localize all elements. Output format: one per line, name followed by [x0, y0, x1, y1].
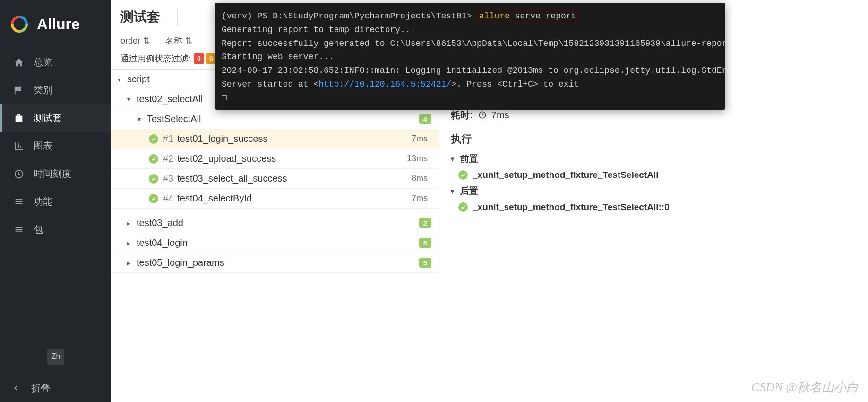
nav-packages[interactable]: 包 [0, 216, 111, 244]
chevron-left-icon [11, 384, 21, 393]
tree-label: test03_add [137, 218, 419, 228]
fixture-row[interactable]: _xunit_setup_method_fixture_TestSelectAl… [458, 202, 857, 212]
sidebar: Allure 总览 类别 测试套 图表 时间刻度 [0, 0, 111, 402]
watermark: CSDN @秋名山小白 [751, 379, 859, 395]
count-badge: 5 [419, 238, 431, 248]
fixture-name: _xunit_setup_method_fixture_TestSelectAl… [473, 170, 658, 180]
filter-label: 通过用例状态过滤: [120, 53, 191, 64]
chevron-down-icon [451, 155, 457, 163]
chevron-down-icon [127, 96, 134, 103]
chevron-right-icon [127, 259, 134, 267]
tree-node-suite[interactable]: test05_login_params 5 [111, 253, 439, 273]
nav-behaviors[interactable]: 功能 [0, 188, 111, 216]
test-duration: 7ms [412, 134, 428, 144]
panel-title: 测试套 [120, 9, 172, 26]
tree-node-test[interactable]: #2 test02_upload_success 13ms [111, 149, 439, 169]
chevron-right-icon [127, 219, 134, 227]
logo-text: Allure [37, 16, 80, 33]
terminal-prompt: (venv) PS D:\StudyProgram\PycharmProject… [222, 11, 472, 21]
nav-label: 时间刻度 [34, 167, 71, 180]
test-index: #3 [163, 173, 173, 184]
clock-icon [14, 169, 24, 179]
cmd-allure: allure [479, 11, 510, 21]
tree-label: test05_login_params [137, 257, 419, 268]
test-index: #4 [163, 193, 173, 204]
nav-overview[interactable]: 总览 [0, 48, 111, 76]
setup-label: 前置 [460, 153, 478, 165]
logo[interactable]: Allure [0, 0, 111, 48]
nav-timeline[interactable]: 时间刻度 [0, 160, 111, 188]
nav-categories[interactable]: 类别 [0, 76, 111, 104]
list-icon [14, 197, 24, 207]
chart-icon [14, 141, 24, 151]
sort-order[interactable]: order ⇅ [120, 35, 150, 46]
search-input[interactable] [177, 9, 215, 26]
terminal-line: Starting web server... [222, 52, 334, 61]
terminal-line: Server started at < [222, 79, 318, 89]
tree-node-test[interactable]: #4 test04_selectById 7ms [111, 189, 439, 209]
tree-label: test04_login [137, 237, 419, 248]
sort-icon: ⇅ [185, 35, 192, 46]
execution-section: 执行 [451, 132, 857, 146]
tree-node-class[interactable]: TestSelectAll 4 [111, 109, 439, 129]
flag-icon [14, 85, 24, 96]
test-tree[interactable]: script 16 test02_selectAll 4 TestSelectA… [111, 70, 439, 402]
status-pass-icon [149, 194, 158, 203]
chevron-right-icon [127, 239, 134, 247]
test-name: test04_selectById [177, 193, 412, 204]
terminal-line: Report successfully generated to C:\User… [222, 39, 725, 48]
test-duration: 13ms [407, 154, 428, 164]
sort-order-label: order [120, 36, 140, 46]
teardown-section[interactable]: 后置 [451, 185, 857, 197]
terminal-command: allure serve report [477, 11, 578, 21]
sort-name[interactable]: 名称 ⇅ [165, 35, 192, 46]
chevron-down-icon [118, 76, 124, 83]
tree-label: TestSelectAll [147, 114, 419, 124]
count-badge: 2 [419, 218, 431, 228]
tree-node-test[interactable]: #3 test03_select_all_success 8ms [111, 169, 439, 189]
filter-failed[interactable]: 0 [194, 53, 204, 64]
collapse-label: 折叠 [31, 382, 50, 394]
test-index: #1 [163, 133, 173, 144]
setup-section[interactable]: 前置 [451, 153, 857, 165]
nav-label: 图表 [34, 140, 52, 152]
home-icon [14, 57, 24, 68]
teardown-label: 后置 [460, 185, 478, 197]
sort-icon: ⇅ [143, 35, 150, 46]
count-badge: 5 [419, 258, 431, 268]
test-index: #2 [163, 153, 173, 164]
test-duration: 7ms [412, 193, 428, 203]
status-pass-icon [149, 134, 158, 144]
nav-label: 包 [34, 223, 43, 236]
test-name: test03_select_all_success [177, 173, 412, 184]
count-badge: 4 [419, 114, 431, 124]
briefcase-icon [14, 113, 24, 123]
package-icon [14, 225, 24, 235]
status-pass-icon [458, 170, 468, 180]
tree-node-suite[interactable]: test03_add 2 [111, 213, 439, 233]
nav-label: 测试套 [34, 112, 62, 124]
chevron-down-icon [451, 187, 457, 195]
terminal-window[interactable]: (venv) PS D:\StudyProgram\PycharmProject… [215, 3, 725, 110]
nav-graphs[interactable]: 图表 [0, 132, 111, 160]
clock-icon [478, 111, 487, 119]
fixture-name: _xunit_setup_method_fixture_TestSelectAl… [473, 202, 670, 212]
status-pass-icon [458, 202, 468, 212]
nav-label: 功能 [34, 195, 52, 208]
test-name: test02_upload_success [177, 153, 407, 164]
nav-suites[interactable]: 测试套 [0, 104, 111, 132]
language-selector[interactable]: Zh [47, 349, 64, 365]
sort-name-label: 名称 [165, 35, 182, 46]
allure-logo-icon [10, 15, 28, 33]
terminal-line: Generating report to temp directory... [222, 25, 415, 35]
duration-row: 耗时: 7ms [451, 109, 857, 122]
fixture-row[interactable]: _xunit_setup_method_fixture_TestSelectAl… [458, 170, 857, 180]
tree-node-test[interactable]: #1 test01_login_success 7ms [111, 129, 439, 149]
terminal-url[interactable]: http://10.120.164.5:52421/ [318, 79, 451, 89]
test-duration: 8ms [412, 174, 428, 184]
tree-node-suite[interactable]: test04_login 5 [111, 233, 439, 253]
duration-label: 耗时: [451, 110, 473, 120]
cmd-args: serve report [510, 11, 576, 21]
collapse-button[interactable]: 折叠 [0, 374, 111, 402]
status-pass-icon [149, 154, 158, 164]
